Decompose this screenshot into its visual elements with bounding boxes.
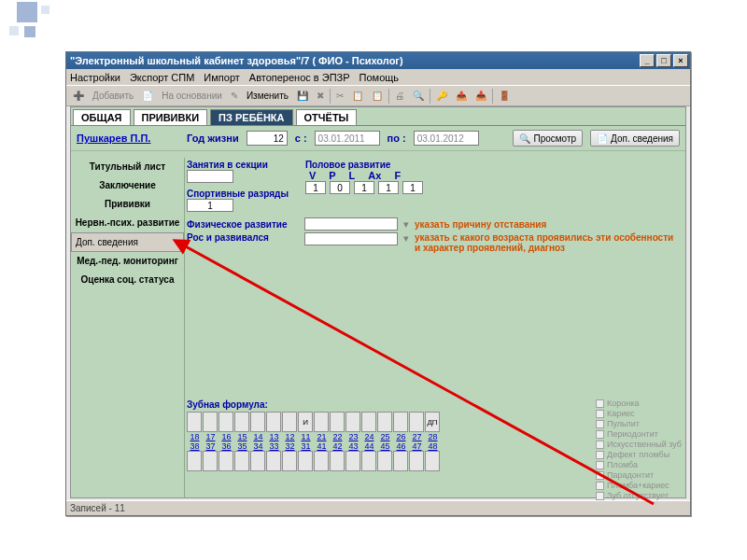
- tooth-cell[interactable]: [203, 412, 218, 432]
- year-input[interactable]: 12: [247, 131, 288, 146]
- menu-import[interactable]: Импорт: [204, 72, 239, 83]
- tooth-cell[interactable]: [250, 412, 265, 432]
- tooth-cell[interactable]: [314, 412, 329, 432]
- checkbox-icon[interactable]: [596, 430, 604, 439]
- patient-name-link[interactable]: Пушкарев П.П.: [77, 133, 179, 144]
- phys-input[interactable]: [304, 217, 398, 231]
- checkbox-icon[interactable]: [596, 410, 604, 418]
- print-icon[interactable]: 🖨: [392, 88, 407, 105]
- minimize-button[interactable]: _: [640, 54, 655, 67]
- to-date[interactable]: 03.01.2012: [414, 131, 479, 146]
- tooth-cell[interactable]: [393, 412, 408, 432]
- tooth-cell[interactable]: [314, 451, 329, 471]
- check-item[interactable]: Пульпит: [596, 419, 682, 429]
- checkbox-icon[interactable]: [596, 420, 604, 428]
- edit-button[interactable]: Изменить: [244, 88, 291, 105]
- tooth-cell[interactable]: [425, 451, 440, 471]
- check-item[interactable]: Пломба+кариес: [596, 481, 682, 491]
- receive-icon[interactable]: 📥: [472, 88, 489, 105]
- sex-val-v[interactable]: 1: [305, 181, 326, 194]
- tooth-cell[interactable]: [187, 451, 202, 471]
- tooth-cell[interactable]: [361, 412, 376, 432]
- check-item[interactable]: Коронка: [596, 399, 682, 409]
- sidebar-item-extra[interactable]: Доп. сведения: [71, 232, 184, 252]
- check-item[interactable]: Искусственный зуб: [596, 440, 682, 450]
- tooth-cell[interactable]: [203, 451, 218, 471]
- based-button[interactable]: На основании: [159, 88, 225, 105]
- extra-button[interactable]: 📄Доп. сведения: [590, 130, 680, 147]
- tooth-cell[interactable]: [298, 451, 313, 471]
- tooth-cell[interactable]: [250, 451, 265, 471]
- tooth-cell[interactable]: [330, 412, 345, 432]
- tooth-cell[interactable]: [218, 412, 233, 432]
- tooth-cell[interactable]: [361, 451, 376, 471]
- tooth-cell[interactable]: [234, 412, 249, 432]
- from-date[interactable]: 03.01.2011: [315, 131, 380, 146]
- tooth-cell[interactable]: [330, 451, 345, 471]
- sidebar-item-monitoring[interactable]: Мед.-пед. мониторинг: [71, 252, 184, 271]
- transfer-icon[interactable]: 📤: [453, 88, 470, 105]
- key-icon[interactable]: 🔑: [433, 88, 450, 105]
- sidebar-item-conclusion[interactable]: Заключение: [71, 176, 184, 195]
- checkbox-icon[interactable]: [596, 451, 604, 459]
- delete-icon[interactable]: ✖: [314, 88, 327, 105]
- sex-val-p[interactable]: 0: [330, 181, 350, 194]
- checkbox-icon[interactable]: [596, 441, 604, 449]
- tooth-cell[interactable]: И: [298, 412, 313, 432]
- checkbox-icon[interactable]: [596, 399, 604, 408]
- tooth-cell[interactable]: [377, 451, 392, 471]
- add-button[interactable]: Добавить: [90, 88, 136, 105]
- maximize-button[interactable]: □: [656, 54, 671, 67]
- tooth-cell[interactable]: [187, 412, 202, 432]
- sidebar-item-social[interactable]: Оценка соц. статуса: [71, 271, 184, 289]
- sidebar-item-neuro[interactable]: Нервн.-псих. развитие: [71, 214, 184, 232]
- tooth-cell[interactable]: [266, 451, 281, 471]
- sex-val-ax[interactable]: 1: [378, 181, 399, 194]
- check-item[interactable]: Периодонтит: [596, 429, 682, 440]
- tooth-cell[interactable]: [393, 451, 408, 471]
- tab-general[interactable]: ОБЩАЯ: [73, 109, 131, 125]
- checkbox-icon[interactable]: [596, 461, 604, 469]
- sex-val-l[interactable]: 1: [354, 181, 374, 194]
- tooth-cell[interactable]: [345, 451, 360, 471]
- tab-vaccines[interactable]: ПРИВИВКИ: [134, 109, 208, 125]
- tooth-cell[interactable]: [282, 451, 297, 471]
- view-button[interactable]: 🔍Просмотр: [513, 130, 583, 147]
- tooth-cell[interactable]: [345, 412, 360, 432]
- checkbox-icon[interactable]: [596, 482, 604, 490]
- growth-input[interactable]: [304, 232, 398, 245]
- copy-icon[interactable]: 📋: [349, 88, 366, 105]
- checkbox-icon[interactable]: [596, 492, 604, 500]
- paste-icon[interactable]: 📋: [369, 88, 386, 105]
- menu-help[interactable]: Помощь: [359, 72, 400, 83]
- tooth-cell[interactable]: [234, 451, 249, 471]
- tab-child[interactable]: ПЗ РЕБЁНКА: [210, 109, 292, 125]
- dental-area: Зубная формула: ИДП 18171615141312112122…: [187, 399, 684, 496]
- check-item[interactable]: Пломба: [596, 460, 682, 470]
- sections-input[interactable]: [187, 170, 233, 183]
- sport-input[interactable]: 1: [187, 199, 233, 212]
- check-item[interactable]: Кариес: [596, 409, 682, 419]
- menu-export[interactable]: Экспорт СПМ: [130, 72, 194, 83]
- tooth-cell[interactable]: [409, 451, 424, 471]
- tooth-cell[interactable]: [218, 451, 233, 471]
- checkbox-icon[interactable]: [596, 471, 604, 480]
- menu-autotransfer[interactable]: Автоперенос в ЭПЗР: [249, 72, 350, 83]
- exit-icon[interactable]: 🚪: [496, 88, 513, 105]
- tooth-cell[interactable]: ДП: [425, 412, 440, 432]
- tooth-cell[interactable]: [377, 412, 392, 432]
- close-button[interactable]: ×: [673, 54, 688, 67]
- menu-settings[interactable]: Настройки: [70, 72, 120, 83]
- sidebar-item-vaccines[interactable]: Прививки: [71, 195, 184, 214]
- sex-val-f[interactable]: 1: [402, 181, 423, 194]
- sidebar-item-title[interactable]: Титульный лист: [71, 158, 184, 176]
- cut-icon[interactable]: ✂: [333, 88, 346, 105]
- tab-reports[interactable]: ОТЧЁТЫ: [296, 109, 358, 125]
- tooth-cell[interactable]: [266, 412, 281, 432]
- tooth-cell[interactable]: [282, 412, 297, 432]
- preview-icon[interactable]: 🔍: [410, 88, 427, 105]
- check-item[interactable]: Дефект пломбы: [596, 450, 682, 460]
- check-item[interactable]: Парадонтит: [596, 470, 682, 481]
- tooth-cell[interactable]: [409, 412, 424, 432]
- save-icon[interactable]: 💾: [294, 88, 311, 105]
